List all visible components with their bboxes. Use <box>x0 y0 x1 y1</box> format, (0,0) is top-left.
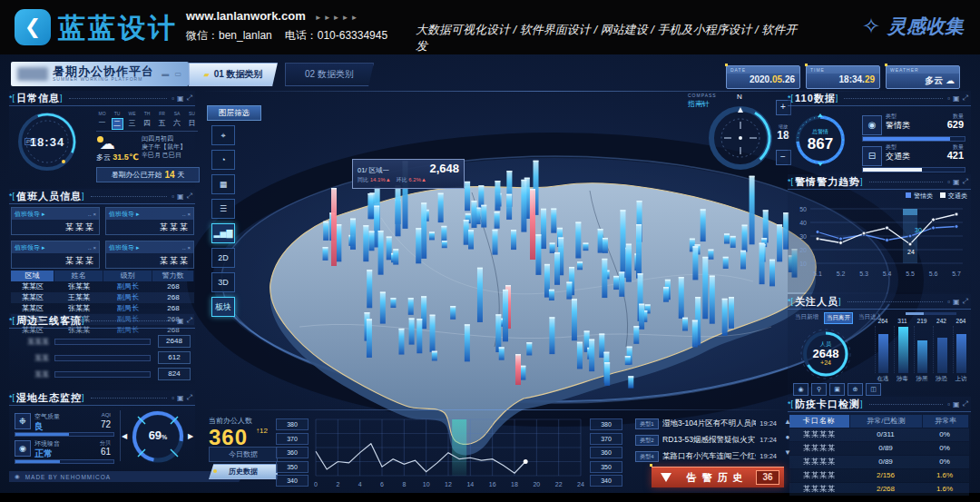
window-icon[interactable]: ▫ <box>172 394 174 402</box>
tab-icon: ▰ <box>203 71 209 79</box>
history-data-button[interactable]: 历史数据 <box>209 464 278 479</box>
stats-layer-button[interactable]: ▦ <box>211 174 235 194</box>
focus-tab-1[interactable]: 当日新增 <box>793 312 820 324</box>
list-layer-button[interactable]: ☰ <box>211 199 235 219</box>
table-row[interactable]: 某某区王某某副局长268 <box>11 292 194 303</box>
expand-icon[interactable]: ⤢ <box>187 316 192 325</box>
pin-icon[interactable]: ▣ <box>953 94 960 103</box>
column-header[interactable]: 异常/已检测 <box>850 415 924 428</box>
flow-bar-track <box>54 371 151 378</box>
checkpoint-row[interactable]: 某某某某2/2681.6% <box>789 483 969 496</box>
weekday-cell[interactable]: WE三 <box>126 111 138 130</box>
app-title-plate: 暑期办公协作平台 SUMMER WORKING PLATFORM ▬ ▭ <box>11 62 189 86</box>
window-icon[interactable]: ▫ <box>172 317 174 325</box>
expand-icon[interactable]: ⤢ <box>963 297 968 306</box>
checkpoint-row[interactable]: 某某某某0/890% <box>789 442 969 455</box>
compass-dial[interactable] <box>704 102 777 174</box>
table-row[interactable]: 某某区张某某副局长268 <box>11 281 194 292</box>
close-icon[interactable]: ‥ × <box>88 211 96 217</box>
arrow-left-icon[interactable]: ◀ <box>122 432 127 440</box>
site-url[interactable]: www.lanlanwork.com <box>186 9 306 23</box>
pin-icon[interactable]: ▣ <box>177 394 184 402</box>
expand-icon[interactable]: ⤢ <box>963 94 968 103</box>
expand-icon[interactable]: ⤢ <box>187 192 192 201</box>
pin-icon[interactable]: ▣ <box>953 298 960 306</box>
duty-leader-card[interactable]: 值班领导 ▸‥ ×某某某 <box>11 241 100 269</box>
noise-icon: ◉ <box>15 440 31 457</box>
focus-tool-button[interactable]: ◉ <box>793 383 808 396</box>
tab-data-category-2[interactable]: 02 数据类别 <box>285 63 374 86</box>
duty-leader-card[interactable]: 值班领导 ▸‥ ×某某某 <box>11 207 100 235</box>
legend-label: 警情类 <box>914 192 933 199</box>
expand-icon[interactable]: ⤢ <box>963 177 968 186</box>
weekday-cell[interactable]: SA六 <box>172 111 183 130</box>
close-icon[interactable]: ‥ × <box>88 244 96 251</box>
card-value: 某某某 <box>12 220 99 233</box>
panel-marker-end: ] <box>836 94 838 103</box>
checkpoint-row[interactable]: 某某某某2/1561.6% <box>789 469 969 482</box>
window-icon[interactable]: ▫ <box>947 178 950 186</box>
weekday-cell[interactable]: TH四 <box>142 111 153 130</box>
alarm-history-button[interactable]: 告警历史 36 <box>652 467 784 487</box>
focus-tool-button[interactable]: ⊕ <box>848 383 863 396</box>
focus-tool-button[interactable]: ▣ <box>829 383 845 396</box>
window-icon[interactable]: ▫ <box>172 94 174 103</box>
today-data-button[interactable]: 今日数据 <box>209 447 278 462</box>
column-header[interactable]: 姓名 <box>54 271 103 281</box>
radar-layer-button[interactable]: ◔ <box>211 150 235 170</box>
legend-label: 交通类 <box>948 192 967 199</box>
window-icon[interactable]: ▫ <box>947 298 950 306</box>
checkpoint-row[interactable]: 某某某某0/3110% <box>789 428 969 441</box>
column-header[interactable]: 卡口名称 <box>789 415 850 428</box>
checkpoint-row[interactable]: 某某某某0/890% <box>789 456 969 468</box>
trend-line-chart: 504030201030245.15.25.35.45.55.65.7 <box>790 203 968 289</box>
close-icon[interactable]: ‥ × <box>182 211 191 217</box>
block-layer-button[interactable]: 板块 <box>211 297 235 317</box>
scroll-dot-icon[interactable]: ● <box>782 433 793 441</box>
weekday-cell[interactable]: SU日 <box>186 111 198 130</box>
focus-tool-button[interactable]: ⚲ <box>811 383 827 396</box>
office-count-delta: ↑12 <box>256 427 268 435</box>
alarm-history-count: 36 <box>756 470 779 485</box>
alert-row[interactable]: 类型2RD13-53烟感报警疑似火灾17:24 <box>635 433 777 447</box>
weekday-cell[interactable]: FR五 <box>156 111 168 130</box>
weekday-cell[interactable]: TU二 <box>112 111 123 130</box>
tab-data-category-1[interactable]: ▰01 数据类别 <box>189 63 278 86</box>
pin-layer-button[interactable]: ⌖ <box>211 125 235 145</box>
barchart-layer-button[interactable]: ▂▅▇ <box>211 223 235 243</box>
column-header[interactable]: 区域 <box>11 271 54 281</box>
metric-unit: AQI <box>102 412 111 418</box>
alert-row[interactable]: 类型4某路口有小汽车连闯三个红灯19:24 <box>635 449 777 463</box>
arrow-right-icon[interactable]: ▶ <box>188 432 193 440</box>
legend-item: 交通类 <box>940 192 967 201</box>
window-icon[interactable]: ▫ <box>947 400 950 408</box>
panel-title: 周边三线客流 <box>16 314 82 328</box>
pin-icon[interactable]: ▣ <box>953 400 960 408</box>
column-header[interactable]: 异常率 <box>923 415 969 428</box>
2d-layer-button[interactable]: 2D <box>211 248 235 268</box>
weekday-cn: 三 <box>126 118 138 128</box>
expand-icon[interactable]: ⤢ <box>963 399 968 408</box>
scroll-up-icon[interactable]: ▲ <box>782 418 793 426</box>
focus-tab-2[interactable]: 当日离开 <box>824 312 853 324</box>
alert-type-tag: 类型1 <box>635 418 659 429</box>
pin-icon[interactable]: ▣ <box>953 178 960 186</box>
scrollbar[interactable] <box>906 312 956 315</box>
3d-layer-button[interactable]: 3D <box>211 272 235 292</box>
duty-leader-card[interactable]: 值班领导 ▸‥ ×某某某 <box>105 241 194 269</box>
column-header[interactable]: 警力数 <box>152 271 194 281</box>
expand-icon[interactable]: ⤢ <box>187 94 192 103</box>
weekday-cell[interactable]: MO一 <box>96 111 108 130</box>
window-icon[interactable]: ▫ <box>947 94 950 103</box>
duty-leader-card[interactable]: 值班领导 ▸‥ ×某某某 <box>105 207 194 235</box>
close-icon[interactable]: ‥ × <box>182 244 191 251</box>
pin-icon[interactable]: ▣ <box>177 94 184 103</box>
svg-text:20: 20 <box>533 481 540 487</box>
expand-icon[interactable]: ⤢ <box>187 393 192 402</box>
column-header[interactable]: 级别 <box>103 271 152 281</box>
window-icon[interactable]: ▫ <box>172 192 174 201</box>
pin-icon[interactable]: ▣ <box>177 317 184 325</box>
alert-row[interactable]: 类型1湿地3-104片区有不明人员闯入19:24 <box>635 417 777 430</box>
pin-icon[interactable]: ▣ <box>177 192 184 201</box>
scroll-down-icon[interactable]: ▼ <box>782 448 793 457</box>
